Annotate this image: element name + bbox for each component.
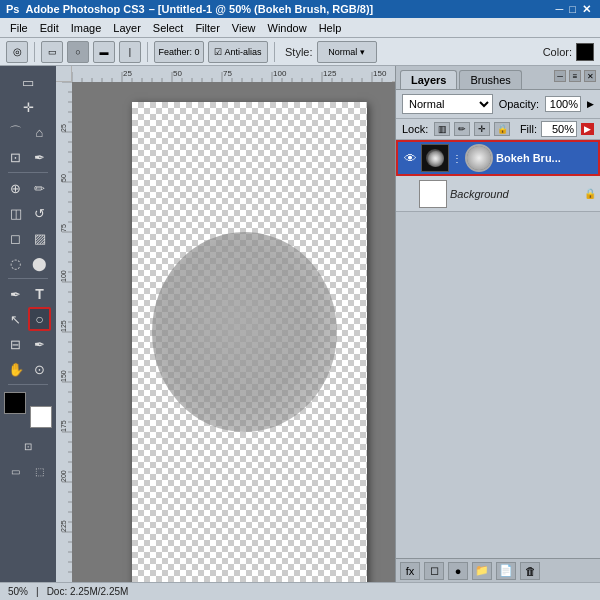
fill-input[interactable] bbox=[541, 121, 577, 137]
delete-layer-btn[interactable]: 🗑 bbox=[520, 562, 540, 580]
group-btn[interactable]: 📁 bbox=[472, 562, 492, 580]
ellipse-tool[interactable]: ○ bbox=[28, 307, 51, 331]
close-btn[interactable]: ✕ bbox=[582, 3, 591, 16]
menu-filter[interactable]: Filter bbox=[189, 20, 225, 36]
tool-separator3 bbox=[8, 384, 48, 385]
layer-bg-visibility[interactable] bbox=[400, 186, 416, 202]
tab-brushes[interactable]: Brushes bbox=[459, 70, 521, 89]
blend-mode-select[interactable]: Normal Dissolve Darken Multiply bbox=[402, 94, 493, 114]
eyedropper-tool[interactable]: ✒ bbox=[28, 145, 51, 169]
adjustment-btn[interactable]: ● bbox=[448, 562, 468, 580]
col-marquee-opt[interactable]: | bbox=[119, 41, 141, 63]
tool-preset-btn[interactable]: ◎ bbox=[6, 41, 28, 63]
horizontal-ruler bbox=[72, 66, 395, 82]
lock-position-btn[interactable]: ✛ bbox=[474, 122, 490, 136]
eyedrop2-tool[interactable]: ✒ bbox=[28, 332, 51, 356]
crop-tool[interactable]: ⊡ bbox=[4, 145, 27, 169]
minimize-btn[interactable]: ─ bbox=[556, 3, 564, 15]
nav-group: ✋ ⊙ bbox=[4, 357, 52, 381]
ellipse-marquee-opt[interactable]: ○ bbox=[67, 41, 89, 63]
canvas-area bbox=[56, 66, 395, 582]
antialias-opt[interactable]: ☑ Anti-alias bbox=[208, 41, 268, 63]
lock-transparent-btn[interactable]: ▥ bbox=[434, 122, 450, 136]
lock-pixels-btn[interactable]: ✏ bbox=[454, 122, 470, 136]
separator2 bbox=[147, 42, 148, 62]
style-select[interactable]: Normal ▾ bbox=[317, 41, 377, 63]
pen-tool[interactable]: ✒ bbox=[4, 282, 27, 306]
row-marquee-opt[interactable]: ▬ bbox=[93, 41, 115, 63]
ruler-row bbox=[56, 66, 395, 82]
path-select-tool[interactable]: ↖ bbox=[4, 307, 27, 331]
quick-mask-btn[interactable]: ⊡ bbox=[4, 434, 52, 458]
color-swatch[interactable] bbox=[576, 43, 594, 61]
magic-wand-tool[interactable]: ⌂ bbox=[28, 120, 51, 144]
tool-separator bbox=[8, 172, 48, 173]
vertical-ruler bbox=[56, 82, 72, 582]
opacity-label: Opacity: bbox=[499, 98, 539, 110]
menu-layer[interactable]: Layer bbox=[107, 20, 147, 36]
maximize-btn[interactable]: □ bbox=[569, 3, 576, 15]
menu-window[interactable]: Window bbox=[262, 20, 313, 36]
panel-collapse-btn[interactable]: ─ bbox=[554, 70, 566, 82]
stamp-group: ◫ ↺ bbox=[4, 201, 52, 225]
zoom-tool[interactable]: ⊙ bbox=[28, 357, 51, 381]
layer-mask-thumb bbox=[465, 144, 493, 172]
menu-image[interactable]: Image bbox=[65, 20, 108, 36]
layer-background[interactable]: Background 🔒 bbox=[396, 176, 600, 212]
right-panel: Layers Brushes ─ ≡ ✕ Normal Dissolve Dar… bbox=[395, 66, 600, 582]
layers-footer: fx ◻ ● 📁 📄 🗑 bbox=[396, 558, 600, 582]
zoom-level: 50% bbox=[8, 586, 28, 597]
title-text: Adobe Photoshop CS3 bbox=[25, 3, 144, 15]
rect-marquee-opt[interactable]: ▭ bbox=[41, 41, 63, 63]
fullscreen-btn[interactable]: ⬚ bbox=[28, 459, 51, 483]
blur-tool[interactable]: ◌ bbox=[4, 251, 27, 275]
opacity-arrow-btn[interactable]: ▶ bbox=[587, 99, 594, 109]
heal-brush-tool[interactable]: ⊕ bbox=[4, 176, 27, 200]
lock-all-btn[interactable]: 🔒 bbox=[494, 122, 510, 136]
add-mask-btn[interactable]: ◻ bbox=[424, 562, 444, 580]
heal-group: ⊕ ✏ bbox=[4, 176, 52, 200]
tool-separator2 bbox=[8, 278, 48, 279]
history-brush-tool[interactable]: ↺ bbox=[28, 201, 51, 225]
erase-group: ◻ ▨ bbox=[4, 226, 52, 250]
panel-menu-btn[interactable]: ≡ bbox=[569, 70, 581, 82]
menu-edit[interactable]: Edit bbox=[34, 20, 65, 36]
new-layer-btn[interactable]: 📄 bbox=[496, 562, 516, 580]
fg-color-swatch[interactable] bbox=[4, 392, 26, 414]
layer-bokeh-brush[interactable]: 👁 ⋮ Bokeh Bru... bbox=[396, 140, 600, 176]
menu-file[interactable]: File bbox=[4, 20, 34, 36]
tab-layers[interactable]: Layers bbox=[400, 70, 457, 89]
fx-btn[interactable]: fx bbox=[400, 562, 420, 580]
blend-row: Normal Dissolve Darken Multiply Opacity:… bbox=[402, 94, 594, 114]
move-tool[interactable]: ✛ bbox=[4, 95, 52, 119]
menu-select[interactable]: Select bbox=[147, 20, 190, 36]
notes-group: ⊟ ✒ bbox=[4, 332, 52, 356]
menu-view[interactable]: View bbox=[226, 20, 262, 36]
app-logo: Ps bbox=[6, 3, 19, 15]
layer-visibility-eye[interactable]: 👁 bbox=[402, 150, 418, 166]
notes-tool[interactable]: ⊟ bbox=[4, 332, 27, 356]
ruler-corner bbox=[56, 66, 72, 82]
type-tool[interactable]: T bbox=[28, 282, 51, 306]
bg-color-swatch[interactable] bbox=[30, 406, 52, 428]
screen-mode-btn[interactable]: ▭ bbox=[4, 459, 27, 483]
eraser-tool[interactable]: ◻ bbox=[4, 226, 27, 250]
gradient-tool[interactable]: ▨ bbox=[28, 226, 51, 250]
fill-arrow-btn[interactable]: ▶ bbox=[581, 123, 594, 135]
panel-close-btn[interactable]: ✕ bbox=[584, 70, 596, 82]
feather-opt[interactable]: Feather: 0 bbox=[154, 41, 204, 63]
canvas-inner[interactable] bbox=[132, 102, 367, 582]
canvas-viewport[interactable] bbox=[72, 82, 395, 582]
dodge-tool[interactable]: ⬤ bbox=[28, 251, 51, 275]
brush-tool[interactable]: ✏ bbox=[28, 176, 51, 200]
pen-group: ✒ T bbox=[4, 282, 52, 306]
marquee-tool[interactable]: ▭ bbox=[4, 70, 52, 94]
hand-tool[interactable]: ✋ bbox=[4, 357, 27, 381]
lasso-group: ⌒ ⌂ bbox=[4, 120, 52, 144]
menu-help[interactable]: Help bbox=[313, 20, 348, 36]
canvas-ruler-row bbox=[56, 82, 395, 582]
clone-stamp-tool[interactable]: ◫ bbox=[4, 201, 27, 225]
layers-options: Normal Dissolve Darken Multiply Opacity:… bbox=[396, 90, 600, 119]
lasso-tool[interactable]: ⌒ bbox=[4, 120, 27, 144]
fill-label: Fill: bbox=[520, 123, 537, 135]
